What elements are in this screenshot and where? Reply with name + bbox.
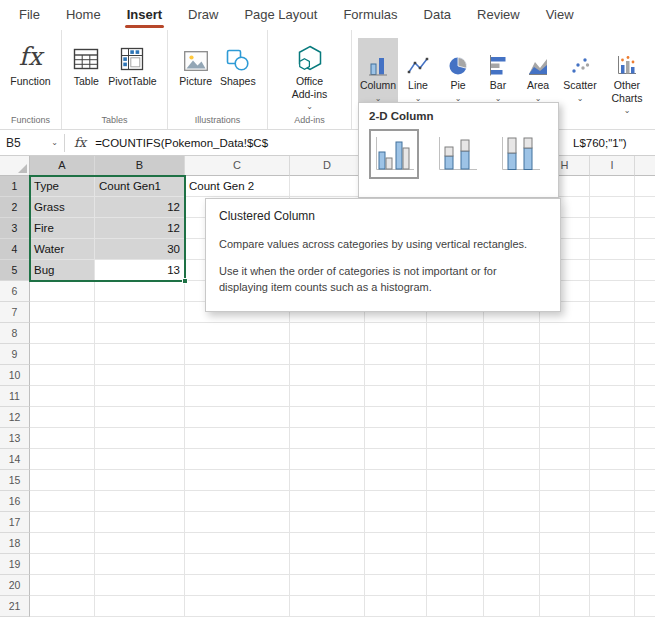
column-header-J[interactable]: J (635, 156, 655, 176)
cell-A9[interactable] (30, 344, 95, 365)
cell-C14[interactable] (185, 449, 290, 470)
cell-G9[interactable] (484, 344, 540, 365)
cell-F13[interactable] (427, 428, 484, 449)
row-header-19[interactable]: 19 (0, 554, 30, 575)
cell-J12[interactable] (635, 407, 655, 428)
cell-C1[interactable]: Count Gen 2 (185, 176, 290, 197)
menu-tab-formulas[interactable]: Formulas (330, 0, 410, 30)
row-header-21[interactable]: 21 (0, 596, 30, 617)
cell-A12[interactable] (30, 407, 95, 428)
cell-I17[interactable] (590, 512, 635, 533)
cell-B15[interactable] (95, 470, 185, 491)
cell-C13[interactable] (185, 428, 290, 449)
chart-option-clustered-column[interactable] (369, 129, 419, 179)
cell-J21[interactable] (635, 596, 655, 617)
row-header-5[interactable]: 5 (0, 260, 30, 281)
cell-G11[interactable] (484, 386, 540, 407)
cell-J8[interactable] (635, 323, 655, 344)
cell-G19[interactable] (484, 554, 540, 575)
row-header-11[interactable]: 11 (0, 386, 30, 407)
cell-F20[interactable] (427, 575, 484, 596)
cell-A7[interactable] (30, 302, 95, 323)
cell-A18[interactable] (30, 533, 95, 554)
cell-B14[interactable] (95, 449, 185, 470)
cell-D20[interactable] (290, 575, 365, 596)
cell-I1[interactable] (590, 176, 635, 197)
menu-tab-page-layout[interactable]: Page Layout (231, 0, 330, 30)
cell-D10[interactable] (290, 365, 365, 386)
cell-E19[interactable] (365, 554, 427, 575)
cell-E9[interactable] (365, 344, 427, 365)
row-header-1[interactable]: 1 (0, 176, 30, 197)
cell-B7[interactable] (95, 302, 185, 323)
row-header-14[interactable]: 14 (0, 449, 30, 470)
cell-J20[interactable] (635, 575, 655, 596)
cell-E18[interactable] (365, 533, 427, 554)
cell-J3[interactable] (635, 218, 655, 239)
cell-A5[interactable]: Bug (30, 260, 95, 281)
cell-A15[interactable] (30, 470, 95, 491)
cell-I3[interactable] (590, 218, 635, 239)
cell-J14[interactable] (635, 449, 655, 470)
cell-A8[interactable] (30, 323, 95, 344)
cell-C21[interactable] (185, 596, 290, 617)
cell-B18[interactable] (95, 533, 185, 554)
cell-J16[interactable] (635, 491, 655, 512)
cell-G12[interactable] (484, 407, 540, 428)
selection-fill-handle[interactable] (182, 278, 188, 284)
cell-J9[interactable] (635, 344, 655, 365)
cell-D12[interactable] (290, 407, 365, 428)
formula-input[interactable]: =COUNTIFS(Pokemon_Data!$C$ (95, 137, 268, 149)
cell-J17[interactable] (635, 512, 655, 533)
cell-F10[interactable] (427, 365, 484, 386)
cell-G16[interactable] (484, 491, 540, 512)
cell-E11[interactable] (365, 386, 427, 407)
row-header-10[interactable]: 10 (0, 365, 30, 386)
cell-F16[interactable] (427, 491, 484, 512)
cell-J13[interactable] (635, 428, 655, 449)
menu-tab-insert[interactable]: Insert (114, 0, 175, 30)
row-header-18[interactable]: 18 (0, 533, 30, 554)
cell-I21[interactable] (590, 596, 635, 617)
cell-J15[interactable] (635, 470, 655, 491)
row-header-2[interactable]: 2 (0, 197, 30, 218)
cell-F14[interactable] (427, 449, 484, 470)
cell-C9[interactable] (185, 344, 290, 365)
cell-D13[interactable] (290, 428, 365, 449)
cell-D14[interactable] (290, 449, 365, 470)
cell-H13[interactable] (540, 428, 590, 449)
cell-I19[interactable] (590, 554, 635, 575)
cell-I10[interactable] (590, 365, 635, 386)
cell-H11[interactable] (540, 386, 590, 407)
cell-I9[interactable] (590, 344, 635, 365)
cell-A19[interactable] (30, 554, 95, 575)
formula-input-right-fragment[interactable]: L$760;"1") (573, 130, 627, 156)
cell-B6[interactable] (95, 281, 185, 302)
cell-F21[interactable] (427, 596, 484, 617)
name-box[interactable]: B5 ⌄ (0, 130, 64, 155)
cell-B12[interactable] (95, 407, 185, 428)
row-header-8[interactable]: 8 (0, 323, 30, 344)
select-all-corner[interactable] (0, 156, 30, 176)
cell-C18[interactable] (185, 533, 290, 554)
cell-D19[interactable] (290, 554, 365, 575)
cell-H14[interactable] (540, 449, 590, 470)
cell-I15[interactable] (590, 470, 635, 491)
cell-C15[interactable] (185, 470, 290, 491)
cell-H17[interactable] (540, 512, 590, 533)
cell-E12[interactable] (365, 407, 427, 428)
cell-F19[interactable] (427, 554, 484, 575)
cell-E14[interactable] (365, 449, 427, 470)
cell-B11[interactable] (95, 386, 185, 407)
cell-F15[interactable] (427, 470, 484, 491)
cell-B10[interactable] (95, 365, 185, 386)
row-header-13[interactable]: 13 (0, 428, 30, 449)
cell-G20[interactable] (484, 575, 540, 596)
cell-J19[interactable] (635, 554, 655, 575)
cell-B9[interactable] (95, 344, 185, 365)
cell-C20[interactable] (185, 575, 290, 596)
column-header-I[interactable]: I (590, 156, 635, 176)
cell-H15[interactable] (540, 470, 590, 491)
cell-I13[interactable] (590, 428, 635, 449)
cell-E13[interactable] (365, 428, 427, 449)
